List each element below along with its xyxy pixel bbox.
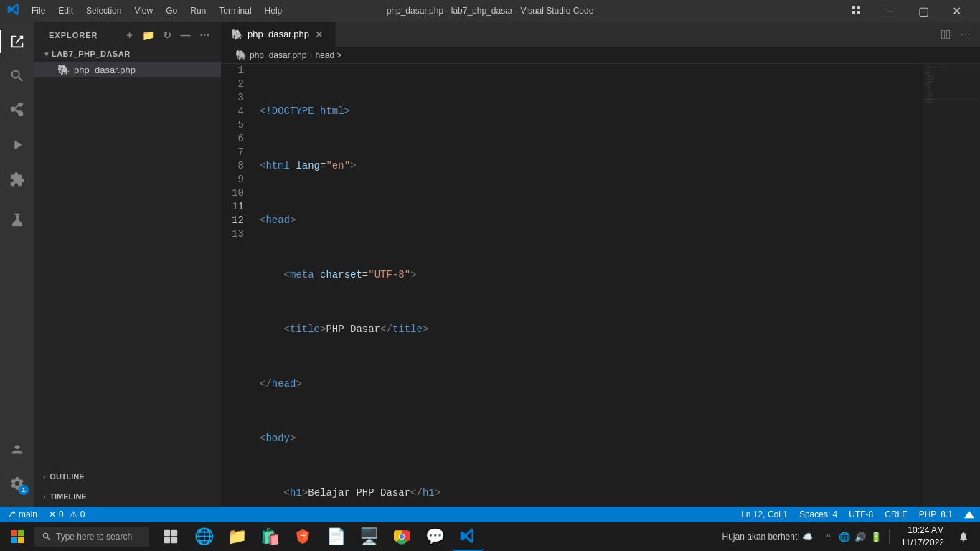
line-num-8: 8 — [228, 159, 244, 173]
cloud-icon: ☁️ — [802, 532, 813, 542]
systray-chevron[interactable]: ^ — [821, 522, 836, 551]
taskbar-edge[interactable]: 🌐 — [188, 522, 220, 551]
taskbar-file-explorer[interactable]: 📁 — [221, 522, 253, 551]
tab-php-icon: 🐘 — [231, 29, 243, 40]
taskbar-search[interactable]: Type here to search — [34, 527, 149, 547]
sidebar-actions[interactable]: + 📁 ↻ — ⋯ — [122, 27, 212, 43]
main-layout: 1 EXPLORER + 📁 ↻ — ⋯ ▼ LAB7_PHP_DASAR 🐘 … — [0, 22, 980, 507]
taskbar-chrome[interactable] — [386, 522, 418, 551]
language-status[interactable]: PHP 8.1 — [913, 507, 958, 522]
menu-bar[interactable]: File Edit Selection View Go Run Terminal… — [26, 3, 288, 19]
code-line-7: <body> — [260, 432, 923, 446]
taskbar-vscode[interactable] — [452, 522, 484, 551]
activity-source-control[interactable] — [0, 93, 34, 128]
code-line-8: <h1>Belajar PHP Dasar</h1> — [260, 486, 923, 500]
sidebar-more[interactable]: ⋯ — [197, 27, 212, 43]
menu-go[interactable]: Go — [160, 3, 183, 19]
language-version: 8.1 — [941, 509, 953, 519]
minimap-content: <!DOCTYPE html> <html head meta title </… — [923, 64, 980, 507]
file-name: php_dasar.php — [74, 65, 136, 75]
network-icon[interactable]: 🌐 — [837, 530, 852, 544]
errors-status[interactable]: ✕ 0 ⚠ 0 — [43, 507, 90, 522]
menu-edit[interactable]: Edit — [52, 3, 79, 19]
svg-rect-7 — [18, 537, 24, 543]
line-num-13: 13 — [228, 227, 244, 241]
activity-flask[interactable] — [0, 202, 34, 237]
taskbar-store[interactable]: 🛍️ — [254, 522, 286, 551]
refresh-button[interactable]: ↻ — [159, 27, 175, 43]
clock[interactable]: 10:24 AM 11/17/2022 — [895, 524, 950, 549]
minimize-button[interactable]: – — [874, 0, 907, 22]
code-line-1: <!DOCTYPE html> — [260, 105, 923, 118]
menu-view[interactable]: View — [128, 3, 159, 19]
collapse-button[interactable]: — — [178, 27, 194, 43]
menu-run[interactable]: Run — [184, 3, 212, 19]
code-content[interactable]: <!DOCTYPE html> <html lang="en"> <head> … — [257, 64, 923, 507]
minimap: <!DOCTYPE html> <html head meta title </… — [923, 64, 980, 507]
window-title: php_dasar.php - lab7_php_dasar - Visual … — [387, 6, 594, 16]
menu-terminal[interactable]: Terminal — [213, 3, 257, 19]
more-actions-button[interactable]: ⋯ — [957, 26, 974, 43]
file-tree: ▼ LAB7_PHP_DASAR 🐘 php_dasar.php — [34, 46, 221, 77]
folder-lab7[interactable]: ▼ LAB7_PHP_DASAR — [34, 46, 221, 62]
git-branch-status[interactable]: ⎇ main — [0, 507, 43, 522]
win-controls[interactable]: – ▢ ✕ — [874, 0, 973, 22]
activity-explorer[interactable] — [0, 24, 34, 59]
svg-rect-4 — [11, 530, 17, 536]
title-bar-left: File Edit Selection View Go Run Terminal… — [7, 3, 288, 19]
activity-account[interactable] — [0, 432, 34, 466]
outline-header[interactable]: › OUTLINE — [34, 469, 221, 484]
taskbar-acrobat[interactable]: 📄 — [320, 522, 352, 551]
taskbar-weather[interactable]: Hujan akan berhenti ☁️ — [717, 532, 819, 542]
timeline-header[interactable]: › TIMELINE — [34, 489, 221, 504]
breadcrumb-separator: › — [309, 50, 312, 60]
taskbar: Type here to search 🌐 📁 🛍️ 📄 — [0, 522, 980, 551]
taskbar-taskview[interactable] — [155, 522, 187, 551]
vscode-logo — [7, 3, 20, 19]
line-num-6: 6 — [228, 132, 244, 146]
activity-search[interactable] — [0, 59, 34, 93]
code-line-5: <title>PHP Dasar</title> — [260, 323, 923, 336]
close-button[interactable]: ✕ — [940, 0, 973, 22]
tabs-bar: 🐘 php_dasar.php ✕ ⋯ — [221, 22, 980, 47]
spaces-count: Spaces: 4 — [799, 509, 837, 519]
code-line-4: <meta charset="UTF-8"> — [260, 268, 923, 282]
new-folder-button[interactable]: 📁 — [141, 27, 156, 43]
error-count: 0 — [59, 509, 64, 519]
activity-extensions[interactable] — [0, 162, 34, 197]
taskbar-apps: 🌐 📁 🛍️ 📄 🖥️ — [155, 522, 484, 551]
spaces-status[interactable]: Spaces: 4 — [793, 507, 843, 522]
activity-settings[interactable]: 1 — [0, 466, 34, 501]
battery-icon[interactable]: 🔋 — [869, 530, 883, 544]
code-editor[interactable]: 1 2 3 4 5 6 7 8 9 10 11 12 13 <!DOCTYPE … — [221, 64, 980, 507]
menu-file[interactable]: File — [26, 3, 51, 19]
notification-center[interactable] — [953, 522, 974, 551]
start-button[interactable] — [3, 522, 32, 551]
tabs-actions[interactable]: ⋯ — [937, 26, 980, 43]
svg-rect-6 — [11, 537, 17, 543]
tab-php-dasar[interactable]: 🐘 php_dasar.php ✕ — [221, 22, 336, 47]
taskbar-app6[interactable]: 🖥️ — [353, 522, 385, 551]
line-ending-status[interactable]: CRLF — [879, 507, 913, 522]
maximize-button[interactable]: ▢ — [907, 0, 940, 22]
breadcrumb-file: php_dasar.php — [250, 50, 306, 60]
new-file-button[interactable]: + — [122, 27, 138, 43]
taskbar-whatsapp[interactable]: 💬 — [419, 522, 451, 551]
clock-time: 10:24 AM — [901, 524, 944, 537]
tab-close-button[interactable]: ✕ — [314, 29, 325, 40]
svg-point-15 — [400, 534, 404, 539]
encoding-status[interactable]: UTF-8 — [843, 507, 879, 522]
taskbar-brave[interactable] — [287, 522, 319, 551]
split-editor-button[interactable] — [937, 26, 954, 43]
line-ending-label: CRLF — [885, 509, 907, 519]
notifications-status[interactable] — [958, 507, 980, 522]
activity-run-debug[interactable] — [0, 128, 34, 162]
breadcrumb-file-icon: 🐘 — [235, 50, 247, 60]
file-php-dasar[interactable]: 🐘 php_dasar.php — [34, 62, 221, 77]
code-line-3: <head> — [260, 214, 923, 227]
cursor-position-status[interactable]: Ln 12, Col 1 — [735, 507, 793, 522]
menu-help[interactable]: Help — [259, 3, 288, 19]
volume-icon[interactable]: 🔊 — [853, 530, 867, 544]
menu-selection[interactable]: Selection — [80, 3, 127, 19]
line-num-2: 2 — [228, 77, 244, 91]
